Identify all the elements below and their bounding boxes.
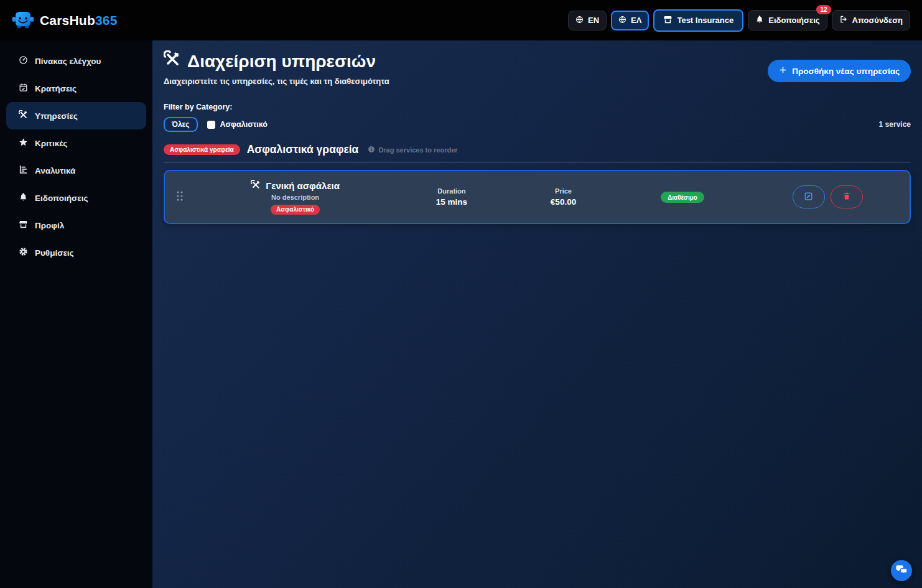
language-en-label: EN — [588, 16, 599, 25]
filter-controls: Όλες Ασφαλιστικό — [164, 117, 268, 132]
language-el-button[interactable]: ΕΛ — [611, 11, 649, 30]
car-logo-icon — [12, 9, 34, 32]
sidebar-item-label: Υπηρεσίες — [35, 111, 78, 121]
edit-service-button[interactable] — [793, 185, 825, 208]
trash-icon — [842, 192, 851, 202]
sidebar-item-analytics[interactable]: Αναλυτικά — [6, 157, 146, 184]
service-category-badge: Ασφαλιστικό — [271, 205, 320, 215]
star-icon — [19, 138, 28, 149]
add-service-label: Προσθήκη νέας υπηρεσίας — [792, 67, 900, 76]
filter-by-category-label: Filter by Category: — [164, 103, 911, 111]
chat-bubbles-icon — [896, 564, 908, 577]
logout-button[interactable]: Αποσύνδεση — [832, 10, 911, 30]
bell-icon — [755, 15, 764, 26]
sidebar-item-label: Κρατήσεις — [35, 84, 77, 93]
category-badge: Ασφαλιστικά γραφεία — [164, 144, 240, 155]
filter-all-button[interactable]: Όλες — [164, 117, 198, 132]
page-header: Διαχείριση υπηρεσιών Διαχειριστείτε τις … — [164, 50, 911, 86]
sidebar-item-dashboard[interactable]: Πίνακας ελέγχου — [6, 47, 146, 75]
filter-insurance-option[interactable]: Ασφαλιστικό — [207, 120, 268, 129]
sidebar-item-label: Ρυθμίσεις — [35, 248, 74, 258]
duration-label: Duration — [396, 187, 508, 195]
page-title-block: Διαχείριση υπηρεσιών Διαχειριστείτε τις … — [164, 50, 389, 86]
logout-icon — [839, 15, 848, 26]
service-description: No description — [271, 194, 319, 201]
category-divider — [164, 162, 911, 162]
info-icon — [368, 146, 375, 154]
duration-column: Duration 15 mins — [396, 187, 508, 207]
page-title: Διαχείριση υπηρεσιών — [164, 50, 389, 72]
sidebar-item-services[interactable]: Υπηρεσίες — [6, 102, 146, 129]
category-title: Ασφαλιστικά γραφεία — [247, 143, 359, 156]
chat-fab-button[interactable] — [891, 560, 912, 581]
sidebar-item-label: Προφίλ — [35, 221, 64, 230]
sidebar-item-settings[interactable]: Ρυθμίσεις — [6, 239, 146, 266]
drag-hint: Drag services to reorder — [368, 146, 457, 154]
drag-hint-text: Drag services to reorder — [378, 146, 457, 154]
sidebar-item-label: Κριτικές — [35, 139, 67, 148]
brand-suffix: 365 — [95, 13, 118, 27]
service-title: Γενική ασφάλεια — [251, 180, 340, 192]
gear-icon — [19, 247, 28, 258]
gauge-icon — [19, 55, 28, 67]
plus-icon — [779, 66, 787, 76]
tools-icon — [19, 110, 28, 121]
category-header: Ασφαλιστικά γραφεία Ασφαλιστικά γραφεία … — [164, 143, 911, 156]
filter-insurance-label: Ασφαλιστικό — [220, 120, 268, 129]
sidebar-item-label: Ειδοποιήσεις — [35, 194, 88, 203]
page-subtitle: Διαχειριστείτε τις υπηρεσίες, τις τιμές … — [164, 77, 389, 86]
sidebar-item-label: Πίνακας ελέγχου — [35, 57, 101, 66]
chart-icon — [19, 165, 28, 176]
business-profile-button[interactable]: Test Insurance — [653, 9, 743, 32]
service-card: Γενική ασφάλεια No description Ασφαλιστι… — [164, 170, 911, 224]
sidebar: Πίνακας ελέγχου Κρατήσεις Υπηρεσίες Κριτ… — [0, 40, 152, 588]
logout-label: Αποσύνδεση — [852, 16, 903, 25]
page-title-text: Διαχείριση υπηρεσιών — [187, 52, 376, 72]
price-label: Price — [508, 187, 620, 195]
service-actions — [746, 185, 910, 208]
brand-name: CarsHub365 — [40, 13, 118, 28]
delete-service-button[interactable] — [831, 185, 863, 208]
navbar-actions: EN ΕΛ Test Insurance Ειδοποιήσεις 12 Α — [568, 9, 910, 32]
price-column: Price €50.00 — [508, 187, 620, 207]
sidebar-item-profile[interactable]: Προφίλ — [6, 212, 146, 239]
language-el-label: ΕΛ — [631, 16, 641, 25]
checkbox[interactable] — [207, 121, 215, 129]
sidebar-item-reviews[interactable]: Κριτικές — [6, 129, 146, 157]
grip-dots-icon — [175, 190, 184, 204]
filter-row: Όλες Ασφαλιστικό 1 service — [164, 117, 911, 132]
globe-icon — [618, 16, 626, 26]
sidebar-item-label: Αναλυτικά — [35, 166, 75, 175]
brand-logo[interactable]: CarsHub365 — [12, 9, 118, 32]
add-service-button[interactable]: Προσθήκη νέας υπηρεσίας — [768, 60, 911, 82]
drag-handle[interactable] — [165, 190, 195, 204]
top-navbar: CarsHub365 EN ΕΛ Test Insurance Ειδοποιή… — [0, 0, 922, 40]
sidebar-item-notifications[interactable]: Ειδοποιήσεις — [6, 184, 146, 212]
calendar-check-icon — [19, 83, 28, 94]
store-icon — [19, 220, 28, 231]
edit-pencil-icon — [804, 192, 813, 203]
service-count: 1 service — [879, 120, 911, 129]
globe-icon — [575, 16, 584, 26]
language-en-button[interactable]: EN — [568, 11, 607, 30]
status-badge: Διαθέσιμο — [661, 192, 704, 203]
price-value: €50.00 — [508, 197, 620, 207]
service-info: Γενική ασφάλεια No description Ασφαλιστι… — [195, 180, 396, 215]
status-column: Διαθέσιμο — [619, 191, 745, 203]
notifications-button[interactable]: Ειδοποιήσεις 12 — [748, 10, 827, 30]
bell-icon — [19, 192, 28, 203]
notifications-count-badge: 12 — [816, 5, 831, 14]
service-name: Γενική ασφάλεια — [266, 180, 340, 191]
tools-icon — [251, 180, 261, 192]
sidebar-item-bookings[interactable]: Κρατήσεις — [6, 75, 146, 102]
duration-value: 15 mins — [396, 197, 508, 207]
business-profile-label: Test Insurance — [677, 16, 733, 25]
notifications-label: Ειδοποιήσεις — [768, 16, 819, 25]
tools-icon — [164, 50, 181, 72]
main-content: Διαχείριση υπηρεσιών Διαχειριστείτε τις … — [152, 40, 922, 588]
store-icon — [663, 15, 673, 26]
